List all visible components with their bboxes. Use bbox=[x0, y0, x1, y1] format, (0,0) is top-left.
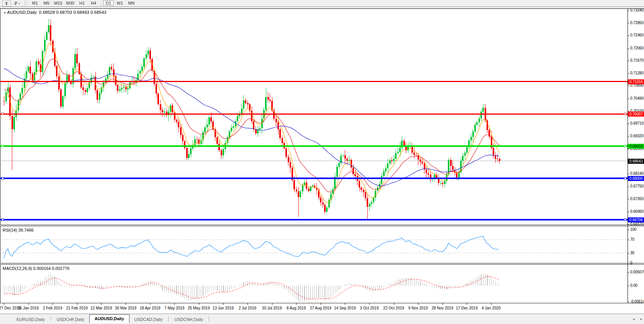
line-handle bbox=[624, 113, 626, 115]
date-tick-label: 14 Sep 2019 bbox=[334, 306, 356, 310]
date-tick-mark bbox=[345, 303, 345, 305]
timeframe-toolbar: M1M5M15M30H1H4D1W1MN bbox=[29, 0, 137, 6]
date-tick-mark bbox=[199, 303, 199, 305]
date-tick-label: 21 Feb 2019 bbox=[66, 306, 88, 310]
trading-terminal: T ⇅ ▼ M1M5M15M30H1H4D1W1MN ▼ AUDUSD,Dail… bbox=[0, 0, 644, 324]
timeframe-button-M15[interactable]: M15 bbox=[52, 0, 64, 6]
rsi-tick-label: 30 bbox=[630, 251, 634, 255]
price-tick-dash bbox=[628, 23, 629, 23]
arrange-windows-button[interactable]: ⇅ ▼ bbox=[13, 0, 21, 6]
date-tick-label: 7 May 2019 bbox=[164, 306, 184, 310]
price-tick-label: 0.72850 bbox=[630, 21, 644, 25]
date-tick-mark bbox=[272, 303, 272, 305]
price-tick-label: 0.67750 bbox=[630, 184, 644, 188]
date-tick-label: 9 Nov 2019 bbox=[408, 306, 428, 310]
symbol-tab-USDCHF[interactable]: USDCHF,Daily bbox=[52, 316, 89, 323]
timeframe-button-H1[interactable]: H1 bbox=[77, 0, 87, 6]
rsi-tick-label: 0 bbox=[630, 261, 632, 265]
price-tick-label: 0.69710 bbox=[630, 121, 644, 125]
tab-separator bbox=[51, 316, 51, 321]
date-tick-mark bbox=[369, 303, 370, 305]
date-tick-mark bbox=[321, 303, 321, 305]
symbol-tab-USDCAD[interactable]: USDCAD,Daily bbox=[129, 316, 168, 323]
current-price-tag: 0.68543 bbox=[628, 159, 644, 164]
price-tick-label: 0.72460 bbox=[630, 33, 644, 37]
date-tick-label: 30 Mar 2019 bbox=[115, 306, 136, 310]
toolbar: T ⇅ ▼ M1M5M15M30H1H4D1W1MN bbox=[0, 0, 644, 7]
price-line-tag[interactable]: 0.68000 bbox=[628, 176, 644, 181]
date-tick-mark bbox=[296, 303, 297, 305]
symbol-tab-AUDUSD[interactable]: AUDUSD,Daily bbox=[89, 314, 129, 323]
panel-separator[interactable] bbox=[0, 225, 644, 226]
price-tick: 0.67350 bbox=[628, 197, 644, 201]
symbol-tab-EURUSD[interactable]: EURUSD,Daily bbox=[11, 316, 50, 323]
chart-title: ▼ AUDUSD,Daily0.68528 0.68703 0.68493 0.… bbox=[3, 10, 107, 15]
date-tick-label: 22 Oct 2019 bbox=[383, 306, 404, 310]
date-tick-mark bbox=[247, 303, 248, 305]
price-tick: 0.67750 bbox=[628, 184, 644, 189]
date-tick-mark bbox=[126, 303, 126, 305]
rsi-label: RSI(14) 39.7466 bbox=[3, 228, 34, 232]
date-tick-label: 2 Feb 2019 bbox=[43, 306, 62, 310]
price-tick: 0.72060 bbox=[628, 46, 644, 51]
price-line-tag[interactable]: 0.69010 bbox=[628, 144, 644, 149]
price-tick: 0.72460 bbox=[628, 33, 644, 38]
text-tool-button[interactable]: T bbox=[2, 0, 11, 7]
rsi-tick-dash bbox=[628, 253, 629, 253]
rsi-tick: 70 bbox=[628, 237, 644, 242]
date-tick-mark bbox=[52, 303, 53, 305]
date-axis[interactable]: 27 Dec 201815 Jan 20192 Feb 201921 Feb 2… bbox=[0, 303, 644, 314]
timeframe-button-MN[interactable]: MN bbox=[126, 0, 137, 6]
low-value: 0.68493 bbox=[73, 10, 89, 15]
price-tick-dash bbox=[628, 199, 629, 199]
date-tick-mark bbox=[174, 303, 175, 305]
price-line-tag[interactable]: 0.70007 bbox=[628, 112, 644, 117]
tab-scroll-left-icon[interactable]: ◄ bbox=[632, 317, 635, 321]
macd-tick-dash bbox=[628, 302, 629, 302]
macd-tick: -0.006148 bbox=[628, 299, 644, 304]
price-line-tag[interactable]: 0.66706 bbox=[628, 217, 644, 222]
date-tick-mark bbox=[28, 303, 29, 305]
macd-tick-label: 0.005076 bbox=[630, 270, 644, 274]
tab-scroll-right-icon[interactable]: ► bbox=[640, 317, 643, 321]
date-tick-mark bbox=[4, 303, 4, 305]
price-tick: 0.73240 bbox=[628, 8, 644, 13]
symbol-dropdown-caret[interactable]: ▼ bbox=[3, 12, 6, 14]
macd-indicator-canvas[interactable] bbox=[0, 265, 644, 303]
symbol-tab-USDCNH[interactable]: USDCNH,Daily bbox=[169, 316, 208, 323]
date-tick-mark bbox=[491, 303, 492, 305]
panel-separator[interactable] bbox=[0, 263, 644, 265]
timeframe-button-M5[interactable]: M5 bbox=[41, 0, 52, 6]
main-chart-canvas[interactable] bbox=[0, 8, 644, 225]
price-tick-dash bbox=[628, 73, 629, 74]
line-handle bbox=[2, 113, 3, 115]
candles bbox=[3, 19, 500, 220]
date-tick-mark bbox=[467, 303, 467, 305]
price-tick-dash bbox=[628, 212, 629, 212]
timeframe-button-H4[interactable]: H4 bbox=[88, 0, 99, 6]
price-tick-label: 0.71670 bbox=[630, 58, 644, 62]
timeframe-button-W1[interactable]: W1 bbox=[115, 0, 125, 6]
price-tick-dash bbox=[628, 86, 629, 86]
toolbar-grip[interactable] bbox=[25, 1, 27, 6]
open-value: 0.68528 bbox=[39, 10, 55, 15]
price-tick: 0.72850 bbox=[628, 21, 644, 25]
price-tick: 0.70490 bbox=[628, 96, 644, 101]
line-handle bbox=[624, 178, 626, 179]
rsi-indicator-canvas[interactable] bbox=[0, 226, 644, 263]
timeframe-button-M1[interactable]: M1 bbox=[29, 0, 40, 6]
text-tool-label: T bbox=[5, 1, 8, 6]
symbol-label: AUDUSD,Daily bbox=[7, 10, 37, 15]
price-tick-label: 0.69320 bbox=[630, 134, 644, 138]
price-line-tag[interactable]: 0.71016 bbox=[628, 79, 644, 84]
toolbar-separator bbox=[101, 1, 101, 6]
rsi-tick-label: 100 bbox=[630, 227, 636, 232]
price-axis-border bbox=[628, 8, 628, 303]
timeframe-button-M30[interactable]: M30 bbox=[65, 0, 76, 6]
date-tick-label: 12 Mar 2019 bbox=[90, 306, 112, 310]
timeframe-button-D1[interactable]: D1 bbox=[103, 0, 114, 6]
date-tick-mark bbox=[150, 303, 151, 305]
date-tick-label: 18 Apr 2019 bbox=[140, 306, 161, 310]
price-tick-dash bbox=[628, 174, 629, 174]
line-handle bbox=[624, 219, 626, 221]
